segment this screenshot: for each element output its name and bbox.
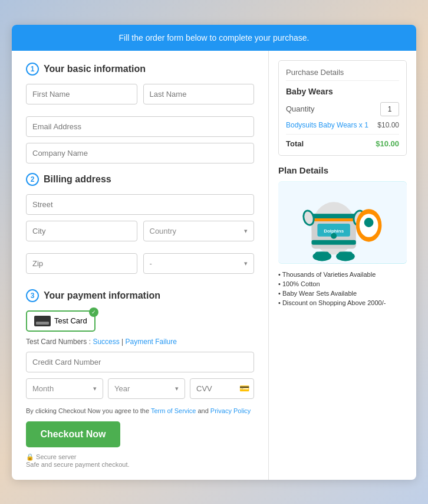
cvv-group: 💳 [190,378,254,399]
item-label: Bodysuits Baby Wears x 1 [286,121,368,129]
card-option[interactable]: ✓ Test Card [26,310,96,332]
svg-rect-18 [315,251,329,257]
country-select[interactable]: Country ▾ [143,221,255,241]
purchase-title: Purchase Details [286,68,399,81]
city-group [26,221,137,241]
card-brand-icon [34,316,51,326]
section-num-2: 2 [26,173,39,186]
secure-info: 🔒 Secure server Safe and secure payment … [26,453,254,468]
year-label: Year [114,384,130,393]
state-chevron-icon: ▾ [244,260,248,267]
section-billing: 2 Billing address [26,173,254,186]
total-label: Total [286,139,304,148]
ccv-row: Month ▾ Year ▾ 💳 [26,378,254,399]
svg-text:Dolphins: Dolphins [324,228,344,233]
item-price: $10.00 [377,121,399,129]
state-select[interactable]: - ▾ [143,253,255,274]
success-link[interactable]: Success [93,338,119,346]
privacy-link[interactable]: Privacy Policy [210,407,251,414]
svg-point-8 [331,233,337,238]
section-title-basic: Your basic information [44,64,146,74]
city-input[interactable] [26,221,137,241]
plan-details: Plan Details [278,165,407,306]
last-name-input[interactable] [143,84,255,104]
street-group [26,194,254,215]
feature-item: 100% Cotton [278,280,407,287]
main-card: Fill the order form below to complete yo… [12,25,416,480]
failure-link[interactable]: Payment Failure [126,338,177,346]
first-name-group [26,84,137,104]
email-group [26,116,254,137]
state-group: - ▾ [143,253,255,274]
year-chevron-icon: ▾ [175,385,179,392]
separator: | [120,338,126,346]
plan-title: Plan Details [278,165,407,175]
month-select[interactable]: Month ▾ [26,378,103,399]
company-group [26,143,254,163]
lock-icon: 🔒 [26,453,34,460]
name-row [26,84,254,110]
svg-rect-19 [338,251,353,257]
card-check-icon: ✓ [89,307,98,317]
zip-state-row: - ▾ [26,253,254,280]
section-title-billing: Billing address [44,174,111,185]
last-name-group [143,84,255,104]
zip-input[interactable] [26,253,137,274]
state-label: - [150,259,152,268]
product-image: Dolphins [278,181,407,264]
secure-server-line: 🔒 Secure server [26,453,254,461]
street-input[interactable] [26,194,254,215]
email-input[interactable] [26,116,254,137]
tos-link[interactable]: Term of Service [151,407,196,414]
city-country-row: Country ▾ [26,221,254,247]
zip-group [26,253,137,274]
qty-box: 1 [380,102,399,116]
country-label: Country [150,227,177,235]
country-chevron-icon: ▾ [244,227,248,235]
svg-rect-3 [311,214,355,218]
country-group: Country ▾ [143,221,255,241]
cc-number-group [26,352,254,372]
banner-text: Fill the order form below to complete yo… [119,33,310,42]
left-column: 1 Your basic information 2 [12,51,269,480]
terms-text: By clicking Checkout Now you agree to th… [26,407,254,414]
secure-server-text: Secure server [34,453,77,460]
section-payment: 3 Your payment information [26,289,254,302]
qty-row: Quantity 1 [286,102,399,116]
feature-item: Discount on Shopping Above 2000/- [278,299,407,306]
total-price: $10.00 [376,139,399,148]
year-select[interactable]: Year ▾ [108,378,185,399]
features-list: Thousands of Varieties Available 100% Co… [278,271,407,306]
checkout-button[interactable]: Checkout Now [26,421,120,447]
terms-and: and [196,407,210,414]
body-row: 1 Your basic information 2 [12,51,416,480]
card-label: Test Card [54,316,87,325]
qty-label: Quantity [286,104,314,113]
section-basic-info: 1 Your basic information [26,63,254,76]
total-row: Total $10.00 [286,139,399,148]
month-chevron-icon: ▾ [93,385,97,392]
item-price-row: Bodysuits Baby Wears x 1 $10.00 [286,121,399,135]
credit-card-input[interactable] [26,352,254,372]
section-title-payment: Your payment information [44,290,160,301]
company-input[interactable] [26,143,254,163]
top-banner: Fill the order form below to complete yo… [12,25,416,51]
first-name-input[interactable] [26,84,137,104]
feature-item: Baby Wear Sets Available [278,290,407,297]
month-label: Month [32,384,54,393]
terms-prefix: By clicking Checkout Now you agree to th… [26,407,151,414]
section-num-3: 3 [26,289,39,302]
svg-rect-4 [311,240,355,244]
feature-item: Thousands of Varieties Available [278,271,407,278]
right-column: Purchase Details Baby Wears Quantity 1 B… [269,51,416,480]
section-num-1: 1 [26,63,39,76]
product-name: Baby Wears [286,87,399,96]
svg-rect-5 [311,218,355,221]
test-card-prefix: Test Card Numbers : [26,338,93,346]
secure-tagline: Safe and secure payment checkout. [26,461,254,468]
svg-point-15 [364,218,374,227]
test-card-info: Test Card Numbers : Success | Payment Fa… [26,338,254,346]
purchase-box: Purchase Details Baby Wears Quantity 1 B… [278,60,407,156]
cvv-card-icon: 💳 [239,384,249,393]
